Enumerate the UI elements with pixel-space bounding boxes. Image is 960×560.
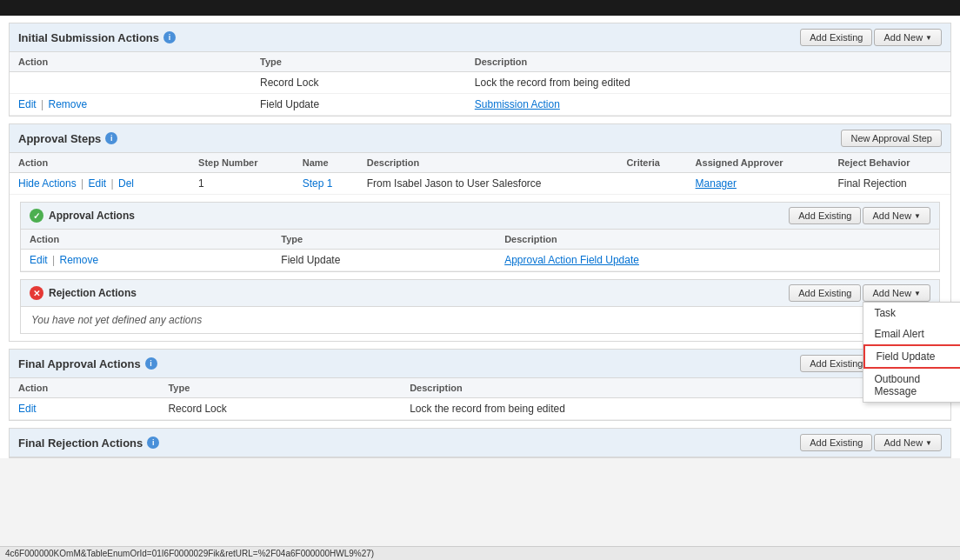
col-action: Action [21,230,272,250]
initial-submission-actions-header: Initial Submission Actions i Add Existin… [10,23,950,52]
final-rejection-add-new-arrow: ▼ [925,439,932,447]
rejection-add-new-label: Add New [872,288,911,298]
final-approval-actions-label: Final Approval Actions [18,357,141,370]
row-action: Hide Actions | Edit | Del [10,173,190,195]
manager-link[interactable]: Manager [696,177,737,190]
row-criteria [617,173,686,195]
approval-actions-title: ✓ Approval Actions [30,209,135,223]
final-rejection-actions-label: Final Rejection Actions [18,437,143,450]
page-wrapper: Initial Submission Actions i Add Existin… [0,0,960,458]
initial-submission-actions-section: Initial Submission Actions i Add Existin… [9,23,951,117]
col-action: Action [10,153,190,173]
approval-actions-subsection: ✓ Approval Actions Add Existing Add New … [20,202,940,272]
separator: | [52,254,55,266]
remove-link[interactable]: Remove [60,254,99,266]
final-approval-actions-table: Action Type Description Edit Record Lock… [10,378,950,420]
rejection-add-new-dropdown-container: Add New ▼ Task Email Alert Field Update … [863,284,930,302]
remove-link[interactable]: Remove [49,98,88,110]
approval-action-field-update-link[interactable]: Approval Action Field Update [504,254,639,266]
rejection-actions-buttons: Add Existing Add New ▼ Task Email Alert … [789,284,930,302]
row-type: Record Lock [159,398,401,420]
edit-link[interactable]: Edit [30,254,48,266]
final-rejection-add-new-label: Add New [883,437,923,448]
final-approval-add-existing-button[interactable]: Add Existing [800,355,872,372]
approval-steps-info-icon[interactable]: i [105,132,117,144]
col-assigned-approver: Assigned Approver [687,153,830,173]
initial-submission-actions-label: Initial Submission Actions [18,31,159,44]
top-bar [0,0,960,16]
row-description: From Isabel Jason to User Salesforce [358,173,618,195]
row-assigned-approver: Manager [687,173,830,195]
row-step-number: 1 [190,173,294,195]
separator: | [41,98,43,110]
col-description: Description [358,153,618,173]
dropdown-item-task[interactable]: Task [863,303,960,323]
dropdown-item-outbound-message[interactable]: Outbound Message [863,369,960,402]
rejection-err-icon: ✕ [30,286,43,300]
final-approval-actions-header: Final Approval Actions i Add Existing Ad… [10,350,950,378]
row-description: Submission Action [466,94,950,116]
row-action: Edit | Remove [21,250,272,271]
row-type: Field Update [272,250,496,271]
initial-submission-add-existing-button[interactable]: Add Existing [800,29,872,46]
final-approval-info-icon[interactable]: i [145,357,157,370]
approval-actions-label: Approval Actions [49,210,135,222]
col-type: Type [251,52,466,72]
approval-steps-table: Action Step Number Name Description Crit… [10,153,950,195]
dropdown-item-field-update[interactable]: Field Update [863,344,960,369]
new-approval-step-button[interactable]: New Approval Step [841,130,942,147]
del-link[interactable]: Del [118,177,134,190]
final-rejection-add-existing-button[interactable]: Add Existing [800,434,872,451]
final-approval-actions-title: Final Approval Actions i [18,357,157,370]
rejection-actions-label: Rejection Actions [49,287,137,299]
rejection-add-new-dropdown-menu: Task Email Alert Field Update Outbound M… [863,302,960,403]
row-action [10,72,251,94]
edit-link[interactable]: Edit [18,403,37,415]
dropdown-item-email-alert[interactable]: Email Alert [863,323,960,344]
col-criteria: Criteria [617,153,686,173]
hide-actions-link[interactable]: Hide Actions [18,177,77,190]
rejection-add-existing-button[interactable]: Add Existing [789,284,861,302]
final-rejection-actions-buttons: Add Existing Add New ▼ [800,434,942,451]
row-description: Lock the record from being edited [466,72,950,94]
rejection-actions-header: ✕ Rejection Actions Add Existing Add New… [21,280,939,307]
edit-link[interactable]: Edit [18,98,37,110]
separator: | [111,177,114,190]
final-rejection-info-icon[interactable]: i [147,437,159,449]
col-description: Description [466,52,950,72]
col-reject-behavior: Reject Behavior [829,153,950,173]
col-step-number: Step Number [190,153,294,173]
initial-submission-actions-table: Action Type Description Record Lock Lock… [10,52,950,116]
final-approval-actions-section: Final Approval Actions i Add Existing Ad… [9,349,951,421]
rejection-add-new-arrow: ▼ [914,290,921,297]
approval-actions-header: ✓ Approval Actions Add Existing Add New … [21,203,939,230]
row-action: Edit [10,398,159,420]
row-reject-behavior: Final Rejection [829,173,950,195]
table-row: Edit Record Lock Lock the record from be… [10,398,950,420]
initial-submission-add-new-button[interactable]: Add New ▼ [874,29,942,46]
step-name-link[interactable]: Step 1 [303,177,333,190]
submission-action-link[interactable]: Submission Action [475,98,560,110]
col-action: Action [10,378,159,398]
edit-link[interactable]: Edit [89,177,107,190]
rejection-actions-subsection: ✕ Rejection Actions Add Existing Add New… [20,279,940,334]
approval-add-existing-button[interactable]: Add Existing [789,207,861,224]
rejection-add-new-button[interactable]: Add New ▼ [863,284,930,302]
col-name: Name [294,153,358,173]
approval-steps-title: Approval Steps i [18,132,117,145]
col-action: Action [10,52,251,72]
approval-actions-buttons: Add Existing Add New ▼ [789,207,930,224]
rejection-empty-message: You have not yet defined any actions [21,307,939,333]
approval-add-new-label: Add New [872,210,911,221]
approval-steps-header: Approval Steps i New Approval Step [10,124,950,153]
final-rejection-add-new-button[interactable]: Add New ▼ [874,434,942,451]
approval-add-new-button[interactable]: Add New ▼ [863,207,930,224]
initial-submission-add-new-arrow: ▼ [925,34,932,42]
separator: | [81,177,83,190]
approval-actions-table: Action Type Description Edit | Remove Fi… [21,230,939,271]
row-type: Record Lock [251,72,466,94]
table-row: Edit | Remove Field Update Submission Ac… [10,94,950,116]
final-rejection-actions-header: Final Rejection Actions i Add Existing A… [10,429,950,457]
initial-submission-info-icon[interactable]: i [163,31,176,43]
approval-add-new-arrow: ▼ [914,212,921,220]
